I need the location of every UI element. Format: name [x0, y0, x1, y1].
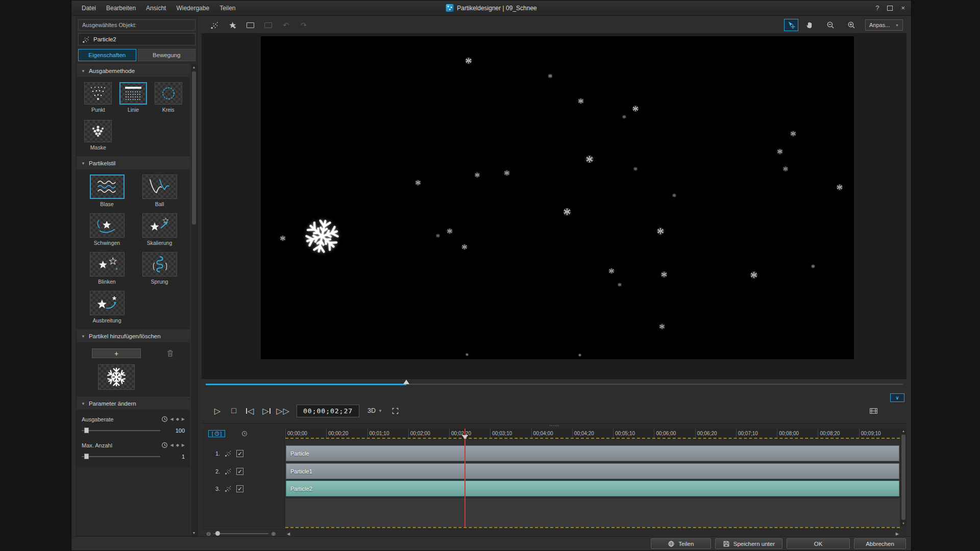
- pan-tool[interactable]: [802, 19, 817, 31]
- section-partikel-hinzufuegen[interactable]: ▼ Partikel hinzufügen/löschen: [77, 330, 190, 342]
- keyframe-prev-icon[interactable]: ◀: [170, 443, 174, 447]
- maximize-button[interactable]: [887, 6, 893, 11]
- step-back-button[interactable]: ◁: [243, 404, 257, 417]
- zoom-slider-handle[interactable]: [215, 531, 220, 536]
- emission-maske[interactable]: Maske: [84, 120, 112, 151]
- scroll-right-icon[interactable]: ▶: [896, 532, 899, 536]
- style-blase[interactable]: Blase: [90, 174, 125, 207]
- scroll-up-icon[interactable]: ▲: [900, 430, 906, 433]
- add-particle-button[interactable]: +: [92, 348, 141, 358]
- style-schwingen[interactable]: Schwingen: [90, 213, 125, 246]
- clock-mode-button[interactable]: [241, 431, 248, 437]
- scroll-down-icon[interactable]: ▼: [900, 522, 906, 525]
- style-ball[interactable]: Ball: [142, 174, 177, 207]
- scroll-down-icon[interactable]: ▼: [191, 531, 197, 535]
- modify-particles-tool[interactable]: [225, 19, 239, 31]
- menu-ansicht[interactable]: Ansicht: [141, 2, 171, 14]
- emission-kreis[interactable]: Kreis: [155, 82, 182, 113]
- thumb-label: Linie: [128, 107, 139, 113]
- panel-scrollbar[interactable]: ▲ ▼: [190, 64, 197, 536]
- max-anzahl-slider[interactable]: [82, 456, 160, 457]
- tab-eigenschaften[interactable]: Eigenschaften: [78, 49, 136, 61]
- emitter-icon: [225, 468, 232, 475]
- tab-bewegung[interactable]: Bewegung: [138, 49, 196, 61]
- close-button[interactable]: ×: [901, 4, 905, 12]
- 3d-mode-dropdown[interactable]: 3D ▼: [368, 407, 382, 414]
- keyframe-next-icon[interactable]: ▶: [182, 443, 185, 447]
- style-blinken[interactable]: Blinken: [90, 252, 125, 285]
- menu-wiedergabe[interactable]: Wiedergabe: [171, 2, 214, 14]
- keyframe-add-icon[interactable]: ◆: [176, 443, 179, 447]
- fullscreen-button[interactable]: [391, 407, 399, 415]
- frame-icon: [264, 22, 272, 28]
- zoom-fit-dropdown[interactable]: Anpas... ▼: [865, 19, 903, 31]
- menu-datei[interactable]: Datei: [77, 2, 101, 14]
- cursor-move-icon: [787, 21, 796, 30]
- section-partikelstil[interactable]: ▼ Partikelstil: [77, 157, 190, 169]
- clock-icon: [241, 431, 248, 437]
- select-move-tool[interactable]: [784, 19, 798, 31]
- snowflake: [504, 170, 510, 176]
- zoom-in-button[interactable]: [844, 19, 859, 31]
- ok-button[interactable]: OK: [787, 538, 850, 549]
- ausgaberate-slider[interactable]: [82, 430, 160, 431]
- timeline-zoom-slider[interactable]: [213, 533, 268, 534]
- playhead-mar[interactable]: [462, 435, 468, 439]
- share-button[interactable]: Teilen: [651, 538, 711, 549]
- seek-handle[interactable]: [403, 380, 409, 384]
- help-button[interactable]: ?: [875, 4, 879, 12]
- track-enabled-checkbox[interactable]: ✓: [236, 468, 243, 475]
- timeline-vertical-scrollbar[interactable]: ▲ ▼: [900, 429, 906, 526]
- save-as-button[interactable]: Speichern unter: [715, 538, 782, 549]
- emission-punkt[interactable]: Punkt: [84, 82, 112, 113]
- snowflake: [585, 155, 594, 163]
- timeline-mode-button[interactable]: [ ]: [208, 430, 225, 437]
- slider-handle[interactable]: [84, 454, 89, 459]
- slider-handle[interactable]: [84, 428, 89, 433]
- floppy-icon: [723, 540, 730, 547]
- particle-snowflake-thumbnail[interactable]: [98, 364, 135, 390]
- timeline-ruler[interactable]: 00;00;00 00;00;20 00;01;10 00;02;00 00;0…: [285, 429, 900, 439]
- add-emitter-tool[interactable]: [207, 19, 222, 31]
- keyframe-prev-icon[interactable]: ◀: [170, 417, 174, 421]
- mask-frame-tool[interactable]: [243, 19, 257, 31]
- cancel-button[interactable]: Abbrechen: [854, 538, 906, 549]
- style-sprung[interactable]: Sprung: [142, 252, 177, 285]
- section-ausgabemethode[interactable]: ▼ Ausgabemethode: [77, 64, 190, 77]
- emission-linie[interactable]: Linie: [119, 82, 147, 113]
- menu-bearbeiten[interactable]: Bearbeiten: [101, 2, 141, 14]
- delete-particle-trash-icon[interactable]: [166, 349, 175, 358]
- scroll-left-icon[interactable]: ◀: [287, 532, 290, 536]
- swing-style-icon: [95, 216, 119, 235]
- point-emitter-icon: [88, 85, 108, 102]
- keyframe-add-icon[interactable]: ◆: [176, 417, 179, 421]
- keyframe-clock-icon[interactable]: [161, 442, 168, 448]
- preview-canvas[interactable]: [261, 36, 854, 359]
- zoom-out-button[interactable]: [823, 19, 838, 31]
- track-enabled-checkbox[interactable]: ✓: [236, 485, 243, 492]
- snowflake: [465, 57, 472, 64]
- scroll-up-icon[interactable]: ▲: [191, 65, 197, 69]
- style-ausbreitung[interactable]: Ausbreitung: [90, 291, 125, 323]
- splitter-grip[interactable]: ⋯⋯: [549, 423, 559, 428]
- timeline-clip-particle[interactable]: Particle: [286, 445, 899, 461]
- collapse-arrow-icon: ▼: [81, 402, 85, 406]
- timeline-clip-particle2-selected[interactable]: Particle2: [286, 481, 899, 496]
- snapshot-button[interactable]: [869, 407, 878, 415]
- step-forward-button[interactable]: ▷: [260, 404, 273, 417]
- style-skalierung[interactable]: Skalierung: [142, 213, 177, 246]
- timeline-clip-particle1[interactable]: Particle1: [286, 463, 899, 479]
- section-parameter-aendern[interactable]: ▼ Parameter ändern: [77, 397, 190, 410]
- scrollbar-thumb[interactable]: [901, 435, 905, 520]
- keyframe-next-icon[interactable]: ▶: [182, 417, 185, 421]
- stop-button[interactable]: □: [227, 404, 240, 417]
- fast-forward-button[interactable]: ▷▷: [276, 404, 289, 417]
- keyframe-clock-icon[interactable]: [161, 416, 168, 422]
- play-button[interactable]: ▷: [211, 404, 224, 417]
- track-enabled-checkbox[interactable]: ✓: [236, 450, 243, 457]
- scrollbar-thumb[interactable]: [192, 71, 196, 224]
- object-selector[interactable]: Particle2: [78, 33, 195, 45]
- playhead[interactable]: [464, 429, 465, 527]
- playback-seekbar[interactable]: [206, 380, 903, 387]
- menu-teilen[interactable]: Teilen: [214, 2, 240, 14]
